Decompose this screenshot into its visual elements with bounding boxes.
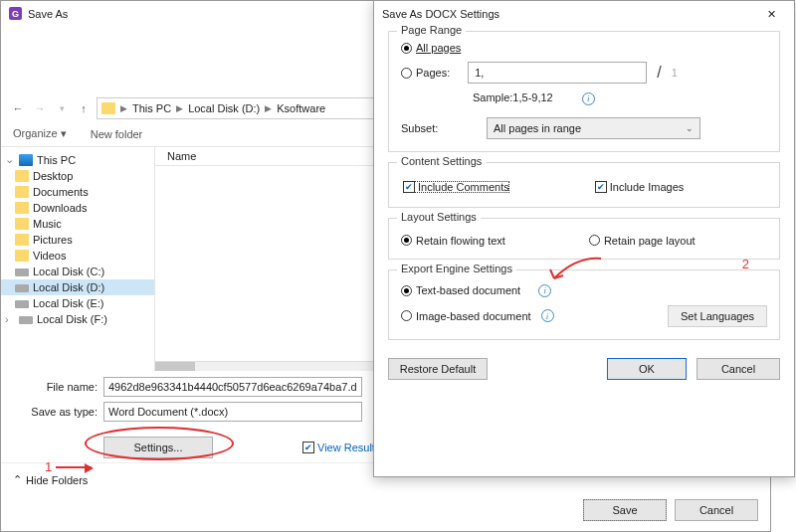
tree-label: Videos [33, 250, 66, 262]
tree-label: Music [33, 218, 62, 230]
total-pages: 1 [672, 67, 678, 79]
include-images-label: Include Images [610, 181, 685, 193]
crumb-drive[interactable]: Local Disk (D:) [185, 102, 263, 114]
subset-value: All pages in range [494, 122, 581, 134]
tree-this-pc[interactable]: ⌄This PC [1, 151, 154, 168]
info-icon[interactable]: i [541, 309, 554, 322]
tree-label: This PC [37, 154, 76, 166]
tree-label: Local Disk (C:) [33, 266, 104, 277]
retain-flowing-label: Retain flowing text [416, 235, 505, 247]
dialog-button-row: Restore Default OK Cancel [374, 358, 794, 380]
up-button[interactable]: ↑ [75, 99, 93, 117]
annotation-number-2: 2 [742, 257, 749, 271]
tree-label: Local Disk (E:) [33, 297, 104, 309]
tree-videos[interactable]: Videos [1, 248, 154, 264]
dialog-title: Save As DOCX Settings [382, 8, 499, 20]
tree-disk-f[interactable]: ›Local Disk (F:) [1, 311, 154, 327]
tree-label: Desktop [33, 170, 73, 182]
save-button[interactable]: Save [583, 499, 667, 521]
crumb-folder[interactable]: Ksoftware [274, 102, 328, 114]
save-type-select[interactable] [103, 402, 362, 422]
app-icon: G [9, 7, 22, 20]
tree-disk-d[interactable]: Local Disk (D:) [1, 279, 154, 295]
chevron-up-icon: ⌃ [13, 473, 22, 486]
tree-documents[interactable]: Documents [1, 184, 154, 200]
recent-dropdown[interactable]: ▾ [53, 99, 71, 117]
pages-option[interactable]: Pages: / 1 [401, 62, 767, 84]
tree-label: Pictures [33, 234, 73, 246]
pc-icon [19, 154, 33, 166]
tree-label: Downloads [33, 202, 87, 214]
info-icon[interactable]: i [582, 92, 595, 105]
tree-disk-c[interactable]: Local Disk (C:) [1, 264, 154, 279]
group-title: Content Settings [397, 155, 486, 167]
view-result-label[interactable]: View Result [317, 442, 375, 453]
tree-label: Local Disk (F:) [37, 313, 107, 325]
folder-icon [101, 102, 115, 114]
tree-pictures[interactable]: Pictures [1, 232, 154, 248]
disk-icon [15, 300, 29, 308]
cancel-button[interactable]: Cancel [696, 358, 780, 380]
checkbox-icon: ✔ [403, 181, 415, 193]
tree-music[interactable]: Music [1, 216, 154, 232]
folder-icon [15, 202, 29, 214]
disk-icon [15, 268, 29, 276]
include-comments-option[interactable]: ✔ Include Comments [401, 179, 511, 195]
caret-icon: › [5, 313, 15, 325]
folder-icon [15, 234, 29, 246]
close-button[interactable]: ✕ [756, 4, 786, 24]
settings-button[interactable]: Settings... [103, 437, 213, 458]
set-languages-button: Set Languages [668, 305, 767, 327]
folder-icon [15, 170, 29, 182]
text-based-option[interactable]: Text-based document [401, 284, 520, 296]
all-pages-label: All pages [416, 42, 461, 54]
include-comments-label: Include Comments [418, 181, 509, 193]
radio-icon [401, 310, 412, 321]
annotation-number-1: 1 [45, 459, 52, 474]
image-based-label: Image-based document [416, 310, 531, 322]
layout-settings-group: Layout Settings Retain flowing text Reta… [388, 218, 780, 260]
radio-icon [401, 68, 412, 79]
disk-icon [19, 316, 33, 324]
info-icon[interactable]: i [538, 284, 551, 297]
radio-icon [401, 43, 412, 54]
cancel-button[interactable]: Cancel [675, 499, 758, 521]
new-folder-button[interactable]: New folder [91, 128, 143, 140]
group-title: Layout Settings [397, 211, 481, 223]
view-result-checkbox[interactable]: ✔ [302, 442, 314, 453]
file-name-input[interactable] [103, 377, 362, 397]
radio-icon [401, 285, 412, 296]
organize-menu[interactable]: Organize ▾ [13, 127, 67, 140]
disk-icon [15, 284, 29, 292]
save-type-label: Save as type: [13, 406, 98, 418]
column-name: Name [167, 150, 196, 162]
chevron-right-icon: ▶ [118, 103, 129, 113]
retain-flowing-option[interactable]: Retain flowing text [401, 235, 505, 247]
forward-button[interactable]: → [31, 99, 49, 117]
crumb-this-pc[interactable]: This PC [129, 102, 174, 114]
back-button[interactable]: ← [9, 99, 27, 117]
tree-disk-e[interactable]: Local Disk (E:) [1, 295, 154, 311]
image-based-option[interactable]: Image-based document [401, 310, 531, 322]
retain-page-label: Retain page layout [604, 235, 696, 247]
chevron-right-icon: ▶ [263, 103, 274, 113]
subset-select[interactable]: All pages in range ⌄ [487, 117, 700, 139]
dialog-buttons: Save Cancel [583, 499, 758, 521]
restore-default-button[interactable]: Restore Default [388, 358, 488, 380]
retain-page-option[interactable]: Retain page layout [589, 235, 696, 247]
pages-input[interactable] [468, 62, 647, 84]
all-pages-option[interactable]: All pages [401, 42, 767, 54]
content-settings-group: Content Settings ✔ Include Comments ✔ In… [388, 162, 780, 208]
tree-downloads[interactable]: Downloads [1, 200, 154, 216]
tree-desktop[interactable]: Desktop [1, 168, 154, 184]
folder-tree[interactable]: ⌄This PC Desktop Documents Downloads Mus… [1, 147, 155, 371]
include-images-option[interactable]: ✔ Include Images [595, 179, 685, 195]
tree-label: Local Disk (D:) [33, 281, 104, 293]
window-title: Save As [28, 8, 68, 20]
group-title: Page Range [397, 24, 466, 36]
ok-button[interactable]: OK [607, 358, 687, 380]
docx-settings-dialog: Save As DOCX Settings ✕ Page Range All p… [373, 0, 795, 477]
file-name-label: File name: [13, 381, 98, 393]
folder-icon [15, 186, 29, 198]
close-icon: ✕ [767, 8, 776, 21]
